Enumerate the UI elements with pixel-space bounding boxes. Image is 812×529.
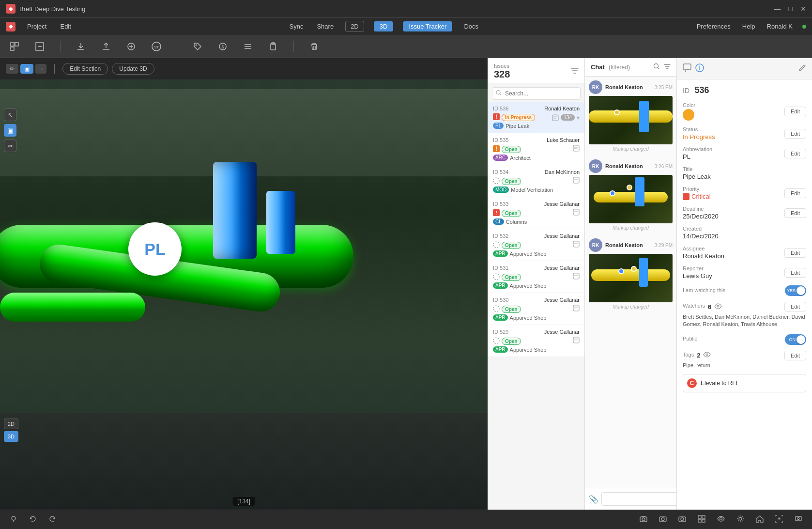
menu-user[interactable]: Ronald K xyxy=(765,23,795,30)
toolbar-icon-1[interactable] xyxy=(33,40,46,53)
svg-point-45 xyxy=(493,338,499,343)
toolbar-icon-clipboard[interactable] xyxy=(266,40,280,53)
menu-help[interactable]: Help xyxy=(740,23,757,30)
details-abbrev-label: Abbreviation xyxy=(683,146,712,152)
issue-530-id: ID 530 xyxy=(493,297,508,303)
details-deadline-row: Deadline 25/Dec/2020 Edit xyxy=(683,206,806,220)
issue-item-533[interactable]: ID 533 Jesse Gallanar Open CL Columns xyxy=(488,197,584,229)
left-tool-draw[interactable]: ✏ xyxy=(4,140,16,152)
update-3d-btn[interactable]: Update 3D xyxy=(112,63,154,75)
svg-rect-43 xyxy=(573,305,579,311)
toolbar-icon-st[interactable]: ST xyxy=(150,40,163,53)
maximize-btn[interactable]: □ xyxy=(789,5,793,13)
menu-3d[interactable]: 3D xyxy=(374,21,394,31)
menu-preferences[interactable]: Preferences xyxy=(695,23,733,30)
details-status-edit-btn[interactable]: Edit xyxy=(784,129,806,139)
bottom-expand-icon[interactable] xyxy=(775,515,783,525)
toolbar-icon-download[interactable] xyxy=(74,40,88,53)
issue-item-532[interactable]: ID 532 Jesse Gallanar Open APR Apporved … xyxy=(488,229,584,261)
issue-filter-icon[interactable] xyxy=(571,67,579,77)
issue-item-529[interactable]: ID 529 Jesse Gallanar Open APR Apporved … xyxy=(488,325,584,357)
bottom-location-icon[interactable] xyxy=(10,515,17,525)
bottom-screenshot-icon[interactable] xyxy=(795,515,802,525)
details-color-edit-btn[interactable]: Edit xyxy=(784,107,806,116)
bottom-redo-icon[interactable] xyxy=(48,515,56,525)
minimize-btn[interactable]: — xyxy=(774,5,781,13)
tags-edit-btn[interactable]: Edit xyxy=(784,351,806,360)
details-abbrev-edit-btn[interactable]: Edit xyxy=(784,149,806,158)
details-assignee-edit-btn[interactable]: Edit xyxy=(784,248,806,258)
menu-docs-label[interactable]: Docs xyxy=(462,23,480,30)
watchers-eye-icon[interactable] xyxy=(714,302,722,311)
draw-tool[interactable]: ✏ xyxy=(6,64,18,74)
details-edit-icon[interactable] xyxy=(798,64,806,74)
app-menu-icon[interactable]: ◆ xyxy=(6,22,15,31)
btn-2d[interactable]: 2D xyxy=(4,419,18,429)
issue-item-535[interactable]: ID 535 Luke Schauer Open ARC Architect xyxy=(488,133,584,165)
toolbar-icon-trash[interactable] xyxy=(307,40,321,53)
left-tool-cursor[interactable]: ↖ xyxy=(4,109,16,121)
toolbar-icon-tag[interactable] xyxy=(191,40,204,53)
btn-3d[interactable]: 3D xyxy=(4,431,18,442)
svg-rect-69 xyxy=(796,516,801,521)
details-watching-toggle[interactable]: YES xyxy=(785,285,806,296)
chat-search-icon[interactable] xyxy=(653,63,660,71)
issue-529-camera xyxy=(573,337,580,345)
bottom-camera-icon-2[interactable] xyxy=(659,515,667,525)
bottom-home-icon[interactable] xyxy=(756,515,764,525)
issue-533-assignee: Jesse Gallanar xyxy=(544,201,580,207)
select-tool[interactable]: ▣ xyxy=(20,64,33,74)
toolbar-icon-0[interactable] xyxy=(8,40,21,53)
menu-project[interactable]: Project xyxy=(25,23,48,30)
pl-badge[interactable]: PL xyxy=(128,222,182,276)
issue-item-534[interactable]: ID 534 Dan McKinnon Open MOD Model Verfi… xyxy=(488,165,584,197)
details-deadline-edit-btn[interactable]: Edit xyxy=(784,208,806,218)
svg-rect-63 xyxy=(698,515,701,518)
issue-item-531[interactable]: ID 531 Jesse Gallanar Open APR Apporved … xyxy=(488,261,584,293)
details-title-row: Title Pipe Leak xyxy=(683,166,806,180)
chat-attach-icon[interactable]: 📎 xyxy=(589,495,598,504)
bottom-camera-icon-3[interactable] xyxy=(678,515,686,525)
menu-edit[interactable]: Edit xyxy=(58,23,73,30)
chat-filter-icon[interactable] xyxy=(664,63,671,71)
edit-section-btn[interactable]: Edit Section xyxy=(62,63,108,75)
menu-sync[interactable]: Sync xyxy=(288,23,306,30)
lasso-tool[interactable]: ○ xyxy=(35,64,46,74)
issue-536-expand[interactable]: ▾ xyxy=(577,114,580,121)
toolbar-icon-upload[interactable] xyxy=(99,40,113,53)
menu-issue-tracker[interactable]: Issue Tracker xyxy=(403,21,452,31)
details-priority-edit-btn[interactable]: Edit xyxy=(784,188,806,198)
left-tool-select[interactable]: ▣ xyxy=(4,124,16,137)
issue-533-title: Columns xyxy=(506,219,527,225)
issue-search-input[interactable] xyxy=(492,87,581,100)
viewport-toolbar: ✏ ▣ ○ Edit Section Update 3D xyxy=(0,58,488,79)
menu-2d[interactable]: 2D xyxy=(345,21,364,32)
public-toggle[interactable]: ON xyxy=(785,334,806,345)
issue-item-530[interactable]: ID 530 Jesse Gallanar Open APR Apporved … xyxy=(488,293,584,325)
bottom-eye-icon[interactable] xyxy=(717,515,725,525)
details-reporter-edit-btn[interactable]: Edit xyxy=(784,268,806,278)
details-chat-icon[interactable] xyxy=(683,63,691,74)
bottom-undo-icon[interactable] xyxy=(29,515,37,525)
bottom-gear-icon[interactable] xyxy=(736,515,744,525)
details-color-row: Color Edit xyxy=(683,102,806,121)
issue-531-id: ID 531 xyxy=(493,265,508,271)
issue-534-camera xyxy=(573,177,580,186)
issue-item-536[interactable]: ID 536 Ronald Keaton In Progress 134 ▾ P xyxy=(488,102,584,133)
window-controls[interactable]: — □ ✕ xyxy=(774,5,806,13)
chat-msg-2-markup: Markup changed xyxy=(589,302,673,311)
bottom-camera-icon-1[interactable] xyxy=(640,515,647,525)
toolbar-icon-dollar[interactable]: $ xyxy=(216,40,230,53)
close-btn[interactable]: ✕ xyxy=(800,5,806,13)
issue-532-title: Apporved Shop xyxy=(510,251,547,257)
watchers-edit-btn[interactable]: Edit xyxy=(784,302,806,311)
details-info-icon[interactable] xyxy=(695,63,704,74)
toolbar-icon-add[interactable] xyxy=(124,40,138,53)
bottom-grid-icon[interactable] xyxy=(698,515,705,525)
chat-msg-1-header: RK Ronald Keaton 3:26 PM xyxy=(589,159,673,173)
menu-share[interactable]: Share xyxy=(315,23,336,30)
chat-input[interactable] xyxy=(601,492,676,506)
tags-eye-icon[interactable] xyxy=(703,351,711,360)
elevate-to-rfi-btn[interactable]: C Elevate to RFI xyxy=(683,374,806,392)
toolbar-icon-list[interactable] xyxy=(241,40,255,53)
